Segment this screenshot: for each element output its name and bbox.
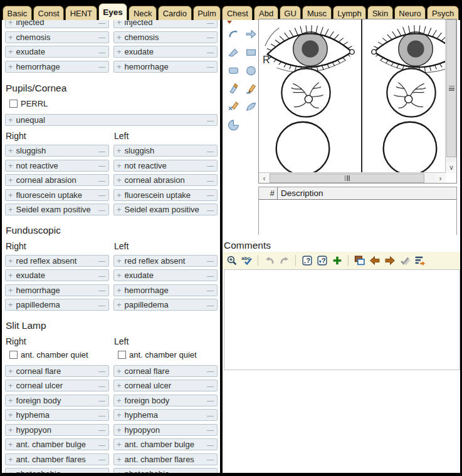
remove-finding-icon[interactable]: — [207, 63, 214, 70]
finding-button[interactable]: +corneal ulcer— [5, 380, 109, 391]
add-finding-icon[interactable]: + [117, 205, 122, 214]
exam-tab[interactable]: Neck [129, 6, 157, 20]
remove-finding-icon[interactable]: — [98, 367, 105, 375]
add-finding-icon[interactable]: + [117, 146, 122, 155]
finding-button[interactable]: +ant. chamber bulge— [5, 438, 109, 450]
finding-button[interactable]: +corneal abrasion— [113, 174, 218, 186]
finding-button[interactable]: +foreign body— [113, 395, 218, 406]
rounded-rectangle-tool[interactable] [226, 64, 240, 76]
add-finding-icon[interactable]: + [8, 410, 13, 420]
ellipse-tool[interactable] [244, 64, 258, 76]
remove-finding-icon[interactable]: — [98, 63, 105, 70]
perrl-checkbox-row[interactable]: PERRL [9, 99, 218, 108]
spellcheck-icon[interactable]: abc [240, 254, 253, 267]
remove-finding-icon[interactable]: — [207, 455, 214, 463]
finding-button[interactable]: +foreign body— [5, 395, 109, 406]
finding-button[interactable]: +ant. chamber flares— [5, 453, 109, 465]
finding-button[interactable]: +red reflex absent— [113, 255, 218, 267]
exam-tab[interactable]: Pulm [193, 6, 221, 20]
exam-tab[interactable]: Chest [222, 6, 253, 20]
add-finding-icon[interactable]: + [8, 175, 13, 185]
remove-finding-icon[interactable]: — [98, 20, 105, 26]
exam-tab[interactable]: Neuro [394, 6, 426, 20]
remove-finding-icon[interactable]: — [207, 411, 214, 419]
pencil-tool[interactable] [244, 82, 258, 95]
add-finding-icon[interactable]: + [117, 381, 122, 390]
finding-button[interactable]: +chemosis— [5, 31, 109, 43]
remove-finding-icon[interactable]: — [98, 206, 105, 214]
add-finding-icon[interactable]: + [8, 300, 13, 309]
ant-chamber-quiet-checkbox-row[interactable]: ant. chamber quiet [118, 350, 218, 360]
forward-arrow-icon[interactable] [383, 254, 396, 267]
finding-button[interactable]: +red reflex absent— [5, 255, 109, 267]
finding-button[interactable]: +exudate— [5, 269, 109, 281]
finding-button[interactable]: +hemorrhage— [113, 284, 218, 296]
remove-finding-icon[interactable]: — [207, 206, 214, 214]
arrow-tool[interactable] [244, 28, 258, 40]
ant-chamber-quiet-checkbox-row[interactable]: ant. chamber quiet [9, 350, 109, 360]
add-finding-icon[interactable]: + [117, 33, 122, 42]
vertical-scroll-thumb[interactable] [446, 19, 456, 157]
redo-icon[interactable] [278, 254, 291, 267]
help-insert-icon[interactable]: ? [315, 254, 328, 267]
remove-finding-icon[interactable]: — [207, 272, 214, 279]
remove-finding-icon[interactable]: — [98, 48, 105, 56]
sign-icon[interactable] [398, 254, 411, 267]
add-finding-icon[interactable]: + [117, 410, 122, 420]
exam-tab[interactable]: Lymph [333, 6, 367, 20]
rectangle-tool[interactable] [244, 46, 258, 58]
exam-tab[interactable]: Cardio [158, 6, 191, 20]
scroll-right-icon[interactable]: › [436, 173, 445, 183]
remove-finding-icon[interactable]: — [207, 367, 214, 375]
remove-finding-icon[interactable]: — [207, 162, 214, 169]
finding-button[interactable]: +sluggish— [5, 145, 109, 157]
zoom-icon[interactable] [225, 254, 238, 267]
finding-button[interactable]: +photophobia— [113, 468, 218, 473]
add-finding-icon[interactable]: + [8, 425, 13, 435]
canvas-horizontal-scrollbar[interactable]: ‹ › [259, 172, 446, 183]
remove-finding-icon[interactable]: — [98, 382, 105, 390]
add-finding-icon[interactable]: + [8, 20, 13, 27]
remove-finding-icon[interactable]: — [207, 20, 214, 26]
add-finding-icon[interactable]: + [117, 175, 122, 185]
exam-tab[interactable]: Eyes [98, 3, 128, 20]
add-finding-icon[interactable]: + [117, 440, 122, 449]
add-finding-icon[interactable]: + [8, 381, 13, 390]
remove-finding-icon[interactable]: — [98, 162, 105, 169]
add-finding-icon[interactable]: + [8, 271, 13, 280]
canvas-vertical-scrollbar[interactable]: ∨ [445, 19, 456, 173]
exam-tab[interactable]: Musc [302, 6, 331, 20]
description-table-body[interactable] [259, 200, 456, 235]
add-finding-icon[interactable]: + [8, 366, 13, 376]
horizontal-scroll-thumb[interactable] [270, 173, 424, 183]
finding-button[interactable]: +ant. chamber flares— [113, 453, 218, 465]
remove-finding-icon[interactable]: — [98, 177, 105, 184]
exam-tab[interactable]: Basic [3, 6, 32, 20]
finding-button[interactable]: +sluggish— [113, 145, 218, 157]
eraser-pencil-tool[interactable] [226, 100, 240, 113]
finding-button[interactable]: +corneal abrasion— [5, 174, 109, 186]
remove-finding-icon[interactable]: — [207, 116, 214, 124]
finding-button[interactable]: +injected— [113, 20, 218, 28]
add-finding-icon[interactable]: + [117, 366, 122, 376]
remove-finding-icon[interactable]: — [98, 411, 105, 419]
finding-button[interactable]: +exudate— [113, 269, 218, 281]
remove-finding-icon[interactable]: — [98, 441, 105, 448]
remove-finding-icon[interactable]: — [98, 33, 105, 41]
pie-tool[interactable] [226, 118, 240, 131]
add-finding-icon[interactable]: + [8, 33, 13, 42]
finding-button[interactable]: +corneal flare— [113, 365, 218, 377]
add-finding-icon[interactable]: + [8, 161, 13, 170]
finding-button[interactable]: +papilledema— [113, 299, 218, 311]
finding-button[interactable]: +chemosis— [113, 31, 218, 43]
remove-finding-icon[interactable]: — [207, 301, 214, 309]
remove-finding-icon[interactable]: — [98, 272, 105, 279]
finding-button[interactable]: +hyphema— [5, 409, 109, 421]
finding-button[interactable]: +hemorrhage— [5, 61, 109, 73]
remove-finding-icon[interactable]: — [207, 426, 214, 433]
highlighter-tool[interactable] [226, 82, 240, 95]
add-finding-icon[interactable]: + [8, 115, 13, 125]
finding-button[interactable]: +corneal flare— [5, 365, 109, 377]
finding-button[interactable]: +corneal ulcer— [113, 380, 218, 391]
add-finding-icon[interactable]: + [117, 300, 122, 309]
